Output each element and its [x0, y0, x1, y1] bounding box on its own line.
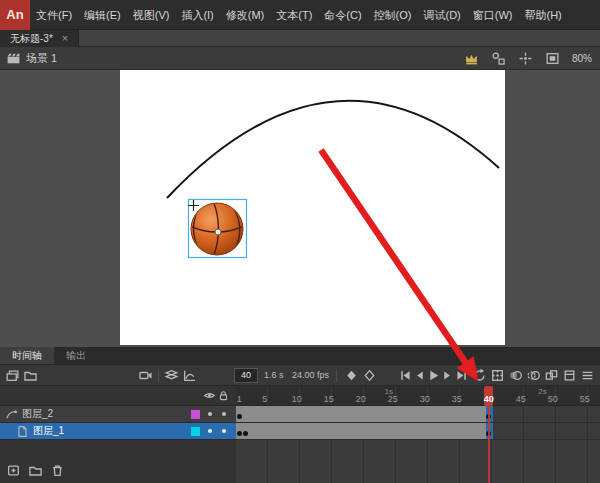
step-forward-icon[interactable] [440, 368, 455, 383]
frame-row[interactable] [236, 423, 600, 440]
edit-bar-right: 80% [464, 51, 592, 66]
frames-pane: 1s2s1510152025303540455055 [236, 386, 600, 483]
zoom-select[interactable]: 80% [572, 53, 592, 64]
menu-item[interactable]: 修改(M) [220, 0, 271, 30]
ruler-number: 25 [388, 394, 398, 404]
onion-skin-outlines-icon[interactable] [526, 368, 541, 383]
layer-outline-color-swatch[interactable] [191, 410, 200, 419]
onion-skin-icon[interactable] [508, 368, 523, 383]
layer-buttons [6, 463, 65, 478]
edit-bar: 场景 1 80% [0, 47, 600, 70]
delete-layer-button[interactable] [50, 463, 65, 478]
edit-multiple-frames-icon[interactable] [544, 368, 559, 383]
app-logo: An [0, 0, 30, 30]
ruler-number: 30 [420, 394, 430, 404]
center-frame-icon[interactable] [490, 368, 505, 383]
new-folder-button[interactable] [28, 463, 43, 478]
loop-icon[interactable] [472, 368, 487, 383]
layer-row[interactable]: 图层_1 [0, 423, 236, 440]
play-icon[interactable] [426, 368, 441, 383]
timeline-toolbar: 40 1.6 s 24.00 fps [0, 365, 600, 386]
layer-name: 图层_2 [22, 407, 191, 421]
layer-lock-dot[interactable] [217, 412, 231, 416]
panel-tab[interactable]: 时间轴 [0, 347, 54, 364]
frame-span[interactable] [236, 423, 492, 439]
motion-guide-path[interactable] [167, 101, 499, 198]
new-layer-icon[interactable] [5, 368, 20, 383]
layer-icon [16, 425, 29, 438]
current-frame-field[interactable]: 40 [234, 368, 258, 383]
menu-item[interactable]: 命令(C) [318, 0, 367, 30]
insert-blank-keyframe-icon[interactable] [362, 368, 377, 383]
ruler-number: 1 [237, 394, 242, 404]
timeline-panel-tabs: 时间轴输出 [0, 347, 600, 365]
new-layer-button[interactable] [6, 463, 21, 478]
ruler-number: 5 [262, 394, 267, 404]
elapsed-time-label: 1.6 s [264, 370, 284, 380]
go-to-first-frame-icon[interactable] [398, 368, 413, 383]
layer-visibility-dot[interactable] [203, 429, 217, 433]
ruler-number: 40 [484, 394, 494, 404]
stage-canvas[interactable] [120, 70, 505, 345]
panel-tab[interactable]: 输出 [54, 347, 98, 364]
menu-item[interactable]: 文本(T) [270, 0, 318, 30]
insert-keyframe-icon[interactable] [344, 368, 359, 383]
document-tab-bar: 无标题-3* × [0, 30, 600, 47]
frame-span[interactable] [236, 406, 492, 422]
keyframe-dot [237, 414, 242, 419]
clip-content-button[interactable] [545, 51, 560, 66]
menu-item[interactable]: 窗口(W) [467, 0, 519, 30]
ruler-number: 55 [580, 394, 590, 404]
frame-rate-field[interactable]: 24.00 fps [292, 370, 329, 380]
menu-items: 文件(F)编辑(E)视图(V)插入(I)修改(M)文本(T)命令(C)控制(O)… [30, 0, 568, 30]
edit-symbols-button[interactable] [491, 51, 506, 66]
close-tab-icon[interactable]: × [62, 33, 68, 44]
go-to-last-frame-icon[interactable] [454, 368, 469, 383]
layer-list: 图层_2图层_1 [0, 406, 236, 440]
ruler-number: 15 [324, 394, 334, 404]
step-back-icon[interactable] [412, 368, 427, 383]
layer-visibility-dot[interactable] [203, 412, 217, 416]
layer-row[interactable]: 图层_2 [0, 406, 236, 423]
ruler-number: 35 [452, 394, 462, 404]
menu-item[interactable]: 编辑(E) [78, 0, 127, 30]
playhead-line[interactable] [488, 406, 490, 483]
layer-outline-color-swatch[interactable] [191, 427, 200, 436]
center-stage-button[interactable] [518, 51, 533, 66]
layers-pane: 图层_2图层_1 [0, 386, 236, 483]
ruler-number: 45 [516, 394, 526, 404]
camera-icon[interactable] [138, 368, 153, 383]
pasteboard[interactable] [0, 70, 600, 347]
menu-item[interactable]: 视图(V) [127, 0, 176, 30]
scene-breadcrumb: 场景 1 [26, 51, 57, 66]
snap-crosshair [188, 200, 199, 211]
ruler-number: 10 [292, 394, 302, 404]
frame-row[interactable] [236, 406, 600, 423]
frame-rows [236, 406, 600, 483]
document-tab[interactable]: 无标题-3* × [0, 30, 79, 47]
ruler-number: 50 [548, 394, 558, 404]
layer-depth-icon[interactable] [164, 368, 179, 383]
menu-item[interactable]: 调试(D) [418, 0, 467, 30]
scene-clapper-icon [6, 51, 21, 66]
keyframe-dot [237, 431, 242, 436]
transform-point[interactable] [215, 229, 221, 235]
frame-ruler[interactable]: 1s2s1510152025303540455055 [236, 386, 600, 406]
frame-view-options-icon[interactable] [580, 368, 595, 383]
eye-column-icon[interactable] [203, 389, 216, 402]
guide-layer-icon [5, 408, 18, 421]
edit-scene-button[interactable] [464, 51, 479, 66]
ruler-number: 20 [356, 394, 366, 404]
layer-name: 图层_1 [33, 424, 191, 438]
graph-editor-icon[interactable] [182, 368, 197, 383]
menu-bar: An 文件(F)编辑(E)视图(V)插入(I)修改(M)文本(T)命令(C)控制… [0, 0, 600, 30]
menu-item[interactable]: 插入(I) [175, 0, 219, 30]
menu-item[interactable]: 控制(O) [368, 0, 418, 30]
layer-lock-dot[interactable] [217, 429, 231, 433]
timeline-body: 图层_2图层_1 1s2s1510152025303540455055 [0, 386, 600, 483]
menu-item[interactable]: 帮助(H) [519, 0, 568, 30]
lock-column-icon[interactable] [217, 389, 230, 402]
new-folder-icon[interactable] [23, 368, 38, 383]
menu-item[interactable]: 文件(F) [30, 0, 78, 30]
modify-markers-icon[interactable] [562, 368, 577, 383]
